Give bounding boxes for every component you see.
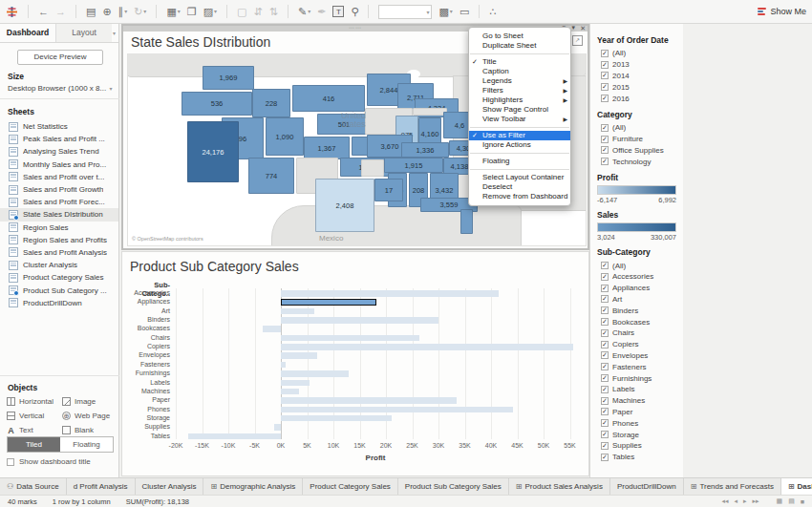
- state-shape-nodata[interactable]: [460, 209, 473, 234]
- menu-item-ignore-actions[interactable]: Ignore Actions: [469, 140, 570, 150]
- object-text[interactable]: AText: [7, 423, 62, 437]
- sheet-tab-data-source[interactable]: ⚇Data Source: [0, 478, 67, 495]
- year-filter-item[interactable]: ✓2014: [597, 71, 676, 82]
- year-filter-item[interactable]: ✓2013: [597, 59, 676, 71]
- checkbox-checked-icon[interactable]: ✓: [601, 273, 609, 281]
- sheet-tab-demographic-analysis[interactable]: ⊞Demographic Analysis: [203, 478, 303, 495]
- group-members-icon[interactable]: ▢: [237, 7, 246, 17]
- subcategory-filter-item[interactable]: ✓Binders: [597, 305, 676, 316]
- show-tabs-view-icon[interactable]: ▦: [777, 497, 783, 505]
- subcategory-filter-item[interactable]: ✓Machines: [597, 395, 676, 407]
- category-filter-item[interactable]: ✓Technology: [597, 156, 676, 167]
- subcategory-filter-item[interactable]: ✓Supplies: [597, 440, 676, 452]
- sort-descending-icon[interactable]: ⇅: [269, 7, 278, 17]
- subcategory-filter-item[interactable]: ✓Paper: [597, 407, 676, 418]
- category-filter-item[interactable]: ✓(All): [597, 122, 676, 134]
- state-shape[interactable]: 416: [292, 85, 365, 112]
- checkbox-checked-icon[interactable]: ✓: [601, 408, 609, 415]
- subcategory-filter-item[interactable]: ✓Envelopes: [597, 350, 676, 362]
- profit-color-gradient[interactable]: [597, 185, 676, 195]
- show-dashboard-title-row[interactable]: Show dashboard title: [7, 457, 91, 466]
- bar[interactable]: [281, 370, 349, 377]
- save-icon[interactable]: ▤: [86, 7, 96, 17]
- undo-icon[interactable]: ←: [38, 7, 49, 17]
- checkbox-checked-icon[interactable]: ✓: [601, 72, 609, 79]
- first-record-icon[interactable]: ◂◂: [721, 497, 728, 505]
- presentation-mode-icon[interactable]: ▭: [459, 7, 469, 17]
- sheet-tab-product-category-sales[interactable]: Product Category Sales: [303, 478, 398, 495]
- floating-button[interactable]: Floating: [60, 437, 113, 452]
- checkbox-checked-icon[interactable]: ✓: [601, 397, 609, 405]
- menu-item-view-toolbar[interactable]: View Toolbar▶: [469, 115, 570, 124]
- sales-color-gradient[interactable]: [597, 222, 676, 232]
- object-horizontal[interactable]: Horizontal: [7, 394, 62, 409]
- bar[interactable]: [281, 362, 286, 369]
- tiled-button[interactable]: Tiled: [8, 437, 60, 452]
- state-shape[interactable]: 1,367: [304, 137, 350, 159]
- last-record-icon[interactable]: ▸▸: [752, 497, 759, 505]
- sheet-item[interactable]: Cluster Analysis: [0, 259, 118, 271]
- checkbox-checked-icon[interactable]: ✓: [601, 318, 609, 326]
- menu-item-remove-from-dashboard[interactable]: Remove from Dashboard: [469, 192, 570, 201]
- checkbox-checked-icon[interactable]: ✓: [601, 262, 609, 269]
- fit-axes-icon[interactable]: ▩▾: [438, 7, 452, 17]
- bar[interactable]: [281, 352, 317, 359]
- show-dashboard-title-checkbox[interactable]: [7, 458, 14, 466]
- size-dropdown[interactable]: Desktop Browser (1000 x 8... ▾: [8, 84, 112, 93]
- checkbox-checked-icon[interactable]: ✓: [601, 341, 609, 349]
- sheet-item[interactable]: Product Category Sales: [0, 271, 118, 284]
- menu-item-caption[interactable]: Caption: [469, 67, 570, 76]
- bar[interactable]: [281, 389, 299, 395]
- sheet-tab-product-sales-analysis[interactable]: ⊞Product Sales Analysis: [509, 478, 610, 495]
- checkbox-checked-icon[interactable]: ✓: [601, 95, 609, 102]
- sheet-item[interactable]: Sales and Profit over t...: [0, 171, 118, 183]
- bar[interactable]: [188, 433, 281, 440]
- checkbox-checked-icon[interactable]: ✓: [601, 442, 609, 450]
- show-me-button[interactable]: Show Me: [758, 7, 806, 16]
- tab-layout[interactable]: Layout: [55, 24, 112, 42]
- device-preview-button[interactable]: Device Preview: [17, 50, 103, 65]
- bar[interactable]: [281, 317, 438, 324]
- subcategory-filter-item[interactable]: ✓Chairs: [597, 327, 676, 339]
- bar[interactable]: [281, 407, 513, 413]
- object-blank[interactable]: Blank: [62, 423, 118, 437]
- sheet-tab-product-sub-category-sales[interactable]: Product Sub Category Sales: [398, 478, 509, 495]
- object-web-page[interactable]: ⊕Web Page: [62, 409, 118, 423]
- category-filter-item[interactable]: ✓Furniture: [597, 134, 676, 145]
- checkbox-checked-icon[interactable]: ✓: [601, 386, 609, 393]
- subcategory-filter-item[interactable]: ✓Art: [597, 294, 676, 306]
- subcategory-filter-item[interactable]: ✓Copiers: [597, 339, 676, 350]
- menu-item-go-to-sheet[interactable]: Go to Sheet: [469, 32, 570, 41]
- bar-chart-panel[interactable]: Product Sub Category Sales Sub-Catego.. …: [121, 251, 589, 476]
- object-image[interactable]: Image: [62, 394, 118, 409]
- run-auto-updates-icon[interactable]: ↻▾: [134, 7, 146, 17]
- checkbox-checked-icon[interactable]: ✓: [601, 295, 609, 303]
- object-vertical[interactable]: Vertical: [7, 409, 62, 423]
- subcategory-filter-item[interactable]: ✓Fasteners: [597, 361, 676, 372]
- bar[interactable]: [263, 326, 281, 332]
- bar[interactable]: [281, 380, 310, 387]
- checkbox-checked-icon[interactable]: ✓: [601, 419, 609, 427]
- checkbox-checked-icon[interactable]: ✓: [601, 158, 609, 165]
- go-to-sheet-icon[interactable]: ↗: [572, 35, 583, 46]
- subcategory-filter-item[interactable]: ✓Appliances: [597, 283, 676, 294]
- state-shape[interactable]: 1,969: [203, 66, 254, 90]
- bar[interactable]: [274, 424, 281, 431]
- state-shape[interactable]: 1,090: [266, 117, 304, 156]
- bar[interactable]: [281, 308, 314, 315]
- share-icon[interactable]: ∴: [489, 7, 496, 17]
- subcategory-filter-item[interactable]: ✓Furnishings: [597, 372, 676, 384]
- sheet-tab-productdrilldown[interactable]: ProductDrillDown: [610, 478, 684, 495]
- show-filmstrip-icon[interactable]: ■: [801, 498, 804, 505]
- new-worksheet-icon[interactable]: ▦▾: [166, 7, 180, 17]
- year-filter-item[interactable]: ✓2016: [597, 93, 676, 104]
- redo-icon[interactable]: →: [55, 7, 66, 17]
- sheet-tab-cluster-analysis[interactable]: Cluster Analysis: [136, 478, 204, 495]
- bar[interactable]: [281, 344, 573, 350]
- menu-item-duplicate-sheet[interactable]: Duplicate Sheet: [469, 41, 570, 51]
- sheet-tab-trends-and-forecasts[interactable]: ⊞Trends and Forecasts: [684, 478, 781, 495]
- menu-item-filters[interactable]: Filters▶: [469, 86, 570, 95]
- menu-item-title[interactable]: ✓Title: [469, 57, 570, 67]
- checkbox-checked-icon[interactable]: ✓: [601, 329, 609, 337]
- sheet-tab-d-profit-analysis[interactable]: d Profit Analysis: [67, 478, 136, 495]
